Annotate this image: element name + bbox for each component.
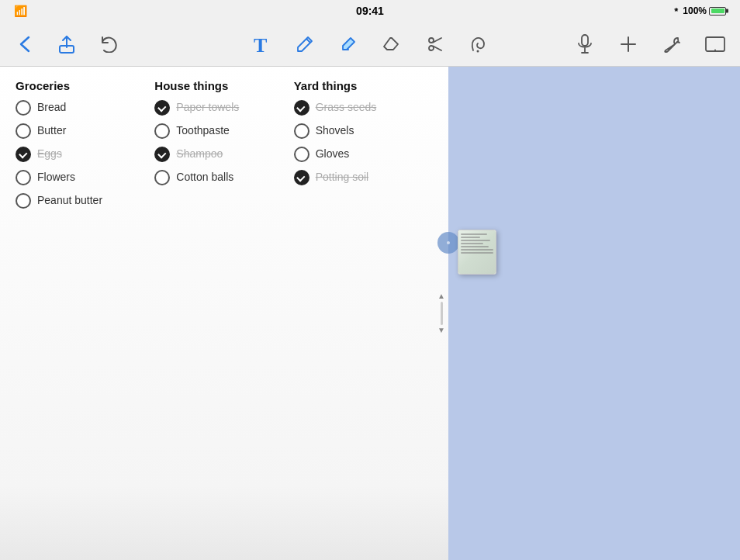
checkbox-gloves[interactable]: [294, 147, 309, 162]
undo-icon: [99, 36, 118, 53]
note-area: Groceries Bread Butter Eggs: [0, 67, 448, 560]
battery-percent: 100%: [683, 5, 707, 16]
page-content: Groceries Bread Butter Eggs: [0, 67, 448, 229]
column-title-yard-things: Yard things: [294, 79, 425, 92]
toolbar-left: [11, 30, 123, 58]
item-label-gloves: Gloves: [316, 147, 350, 162]
item-label-flowers: Flowers: [37, 170, 75, 185]
settings-button[interactable]: [658, 30, 686, 58]
list-item: Toothpaste: [154, 123, 285, 139]
lasso-tool-button[interactable]: [465, 30, 493, 58]
main-area: Groceries Bread Butter Eggs: [0, 67, 740, 560]
status-bar: 📶 09:41 * 100%: [0, 0, 740, 22]
lasso-tool-icon: [469, 35, 488, 54]
highlighter-tool-icon: [339, 35, 358, 54]
item-label-butter: Butter: [37, 123, 66, 139]
battery-icon: [709, 7, 726, 16]
add-button[interactable]: [614, 30, 642, 58]
battery-display: 100%: [683, 5, 726, 16]
scissors-tool-icon: [426, 35, 444, 54]
list-item: Gloves: [294, 147, 425, 162]
item-label-paper-towels: Paper towels: [176, 100, 239, 116]
svg-line-7: [434, 38, 442, 43]
share-button[interactable]: [53, 30, 81, 58]
checkbox-shovels[interactable]: [294, 123, 309, 139]
list-item: Eggs: [16, 147, 147, 162]
back-button[interactable]: [11, 30, 39, 58]
list-item: Cotton balls: [154, 170, 285, 185]
microphone-button[interactable]: [571, 30, 599, 58]
pencil-tool-icon: [296, 35, 314, 54]
list-item: Grass seeds: [294, 100, 425, 116]
list-item: Potting soil: [294, 170, 425, 185]
thumbnail-line: [461, 237, 480, 238]
item-label-shampoo: Shampoo: [176, 147, 223, 162]
checkbox-peanut-butter[interactable]: [16, 193, 31, 209]
item-label-eggs: Eggs: [37, 147, 62, 162]
list-item: Butter: [16, 123, 147, 139]
bluetooth-icon: *: [674, 5, 678, 17]
eraser-tool-button[interactable]: [378, 30, 406, 58]
wifi-icon: 📶: [14, 5, 27, 17]
thumbnail-line: [461, 243, 483, 244]
scroll-track: [441, 302, 443, 325]
svg-point-9: [477, 50, 479, 52]
list-item: Paper towels: [154, 100, 285, 116]
microphone-icon: [576, 34, 593, 54]
pencil-tool-button[interactable]: [291, 30, 319, 58]
checkbox-toothpaste[interactable]: [154, 123, 170, 139]
svg-point-16: [714, 49, 716, 50]
checkbox-flowers[interactable]: [16, 170, 31, 185]
view-button[interactable]: [701, 30, 729, 58]
svg-marker-4: [384, 38, 398, 50]
eraser-tool-icon: [382, 35, 401, 54]
item-label-potting-soil: Potting soil: [316, 170, 368, 185]
svg-text:T: T: [254, 34, 267, 55]
thumbnail-line: [461, 233, 487, 235]
checkbox-grass-seeds[interactable]: [294, 100, 309, 116]
text-tool-icon: T: [251, 33, 271, 55]
column-title-groceries: Groceries: [16, 79, 147, 92]
checkbox-butter[interactable]: [16, 123, 31, 139]
column-title-house-things: House things: [154, 79, 285, 92]
checkbox-cotton-balls[interactable]: [154, 170, 170, 185]
thumbnail-line: [461, 240, 490, 241]
share-icon: [58, 35, 75, 54]
thumbnail-lines: [458, 230, 496, 258]
scissors-tool-button[interactable]: [421, 30, 449, 58]
list-item: Bread: [16, 100, 147, 116]
checkbox-eggs[interactable]: [16, 147, 31, 162]
svg-rect-10: [582, 35, 588, 46]
checkbox-shampoo[interactable]: [154, 147, 170, 162]
checkbox-potting-soil[interactable]: [294, 170, 309, 185]
tablet-icon: [705, 36, 725, 53]
checkbox-paper-towels[interactable]: [154, 100, 170, 116]
item-label-cotton-balls: Cotton balls: [176, 170, 233, 185]
item-label-grass-seeds: Grass seeds: [316, 100, 377, 116]
item-label-bread: Bread: [37, 100, 66, 116]
scroll-up-arrow[interactable]: ▲: [437, 292, 445, 300]
thumbnail-line: [461, 246, 489, 247]
checkbox-bread[interactable]: [16, 100, 31, 116]
wrench-icon: [663, 36, 680, 53]
undo-button[interactable]: [95, 30, 123, 58]
scroll-down-arrow[interactable]: ▼: [437, 327, 445, 334]
toolbar: T: [0, 22, 740, 67]
column-yard-things: Yard things Grass seeds Shovels Glove: [294, 79, 433, 216]
list-item: Shampoo: [154, 147, 285, 162]
thumbnail-line: [461, 252, 493, 254]
svg-rect-15: [706, 37, 724, 51]
highlighter-tool-button[interactable]: [334, 30, 362, 58]
plus-icon: [620, 36, 637, 53]
resize-handle[interactable]: [437, 232, 459, 254]
scroll-indicator[interactable]: ▲ ▼: [437, 292, 445, 334]
blue-area: [448, 67, 740, 560]
checklist-columns: Groceries Bread Butter Eggs: [16, 79, 433, 216]
text-tool-button[interactable]: T: [247, 30, 275, 58]
list-item: Peanut butter: [16, 193, 147, 209]
document-thumbnail[interactable]: [458, 230, 496, 275]
item-label-peanut-butter: Peanut butter: [37, 193, 102, 209]
item-label-shovels: Shovels: [316, 123, 354, 139]
thumbnail-line: [461, 249, 493, 251]
toolbar-right: [571, 30, 729, 58]
